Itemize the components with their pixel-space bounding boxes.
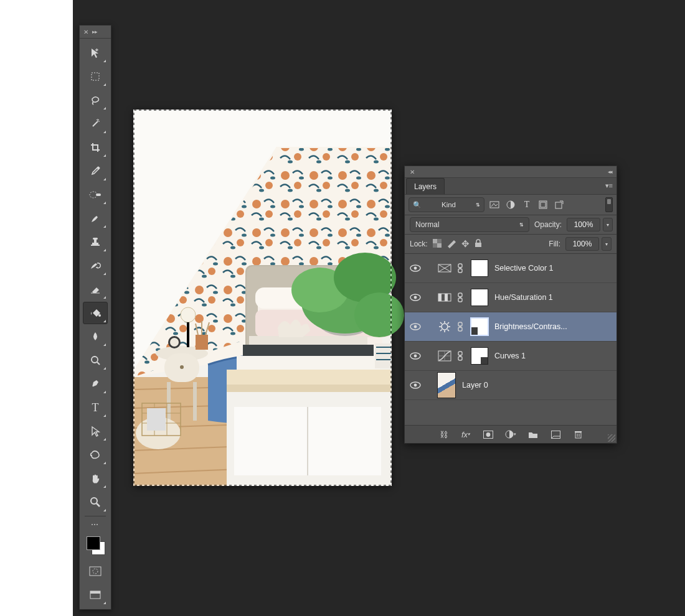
tool-pen[interactable] [83, 373, 108, 395]
lock-position-icon[interactable]: ✥ [461, 238, 470, 250]
quick-mask-toggle[interactable] [83, 560, 108, 582]
adjustment-selective-color-icon [437, 262, 452, 274]
tool-paint-bucket[interactable] [83, 302, 108, 324]
svg-point-45 [181, 307, 196, 322]
layers-empty-area[interactable] [405, 400, 616, 426]
tool-type[interactable]: T [83, 396, 108, 419]
layer-row-selective-color[interactable]: Selective Color 1 [405, 254, 616, 283]
tool-path-selection[interactable] [83, 420, 108, 442]
svg-rect-12 [93, 238, 98, 240]
opacity-slider-toggle[interactable]: ▾ [603, 218, 613, 231]
filter-toggle[interactable] [605, 197, 613, 212]
document-canvas[interactable] [133, 110, 392, 486]
tool-expand-row[interactable]: ⋯ [83, 519, 108, 530]
add-mask-icon[interactable] [483, 429, 494, 440]
foreground-background-colors[interactable] [83, 531, 108, 559]
tool-blur[interactable] [83, 325, 108, 348]
layer-row-image[interactable]: Layer 0 [405, 371, 616, 400]
filter-adjustment-icon[interactable] [504, 198, 517, 211]
collapse-icon[interactable]: ◂◂ [608, 169, 612, 175]
svg-rect-87 [541, 202, 546, 207]
tool-dodge[interactable] [83, 349, 108, 371]
layer-name-label[interactable]: Curves 1 [494, 352, 613, 360]
new-adjustment-icon[interactable]: ▾ [505, 429, 516, 440]
link-layers-icon[interactable]: ⛓ [438, 429, 449, 440]
layer-name-label[interactable]: Hue/Saturation 1 [494, 293, 613, 302]
filter-shape-icon[interactable] [537, 198, 549, 211]
filter-type-icon[interactable]: T [521, 198, 533, 211]
filter-smart-icon[interactable] [553, 198, 565, 211]
layers-panel-header[interactable]: ✕ ◂◂ [405, 166, 616, 178]
visibility-toggle-icon[interactable] [409, 323, 422, 330]
new-layer-icon[interactable] [550, 429, 561, 440]
tool-eraser[interactable] [83, 278, 108, 301]
visibility-toggle-icon[interactable] [409, 381, 422, 389]
filter-pixel-icon[interactable] [488, 198, 501, 211]
lock-pixels-icon[interactable] [446, 239, 456, 250]
layer-name-label[interactable]: Brightness/Contras... [494, 322, 613, 331]
tool-history-brush[interactable] [83, 254, 108, 277]
tool-brush[interactable] [83, 207, 108, 230]
visibility-toggle-icon[interactable] [409, 264, 422, 272]
svg-rect-105 [445, 294, 448, 301]
close-icon[interactable]: ✕ [410, 169, 415, 175]
tool-marquee[interactable] [83, 65, 108, 88]
new-group-icon[interactable] [527, 429, 539, 440]
tool-crop[interactable] [83, 136, 108, 159]
fill-value[interactable]: 100% [565, 237, 599, 251]
tool-custom-shape[interactable] [83, 444, 108, 466]
svg-rect-46 [187, 322, 189, 347]
tools-panel-header[interactable]: ✕ ▸▸ [80, 26, 111, 39]
tool-hand[interactable] [83, 467, 108, 490]
tool-magic-wand[interactable] [83, 113, 108, 135]
mask-link-icon[interactable] [456, 351, 465, 361]
layer-name-label[interactable]: Selective Color 1 [494, 264, 613, 273]
svg-rect-74 [243, 345, 374, 356]
screen-mode-toggle[interactable] [83, 584, 108, 606]
layer-filter-row: 🔍 Kind ⇅ T [405, 195, 616, 215]
collapse-icon[interactable]: ▸▸ [92, 29, 97, 35]
tool-clone-stamp[interactable] [83, 231, 108, 253]
adjustment-brightness-contrast-icon [437, 320, 452, 333]
visibility-toggle-icon[interactable] [409, 294, 422, 301]
delete-layer-icon[interactable] [572, 429, 583, 440]
panel-menu-icon[interactable]: ▾≡ [605, 182, 613, 190]
layer-thumbnail[interactable] [437, 372, 456, 398]
svg-rect-91 [437, 243, 442, 248]
svg-rect-10 [91, 245, 100, 246]
tool-lasso[interactable] [83, 89, 108, 111]
close-icon[interactable]: ✕ [83, 29, 88, 35]
visibility-toggle-icon[interactable] [409, 352, 422, 360]
svg-rect-20 [90, 567, 101, 576]
layer-row-curves[interactable]: Curves 1 [405, 342, 616, 371]
mask-link-icon[interactable] [456, 322, 465, 332]
svg-rect-88 [555, 202, 562, 208]
lock-all-icon[interactable] [475, 239, 482, 250]
tool-zoom[interactable] [83, 491, 108, 513]
tool-healing-brush[interactable] [83, 184, 108, 206]
resize-grip[interactable] [608, 434, 615, 442]
svg-rect-90 [433, 239, 437, 243]
layer-row-hue-saturation[interactable]: Hue/Saturation 1 [405, 283, 616, 312]
lock-transparency-icon[interactable] [433, 239, 442, 250]
layer-mask-thumbnail[interactable] [471, 259, 488, 277]
fill-slider-toggle[interactable]: ▾ [602, 237, 612, 251]
layer-mask-thumbnail[interactable] [471, 318, 488, 335]
tab-layers[interactable]: Layers [406, 178, 445, 194]
svg-point-15 [92, 357, 98, 363]
dropdown-arrow-icon: ⇅ [519, 222, 524, 228]
svg-point-111 [442, 324, 448, 330]
tool-move[interactable] [83, 42, 108, 64]
filter-kind-select[interactable]: 🔍 Kind ⇅ [409, 197, 484, 212]
mask-link-icon[interactable] [456, 263, 465, 273]
layer-mask-thumbnail[interactable] [471, 289, 488, 306]
layer-mask-thumbnail[interactable] [471, 347, 488, 365]
fx-icon[interactable]: fx▾ [460, 429, 471, 440]
layer-name-label[interactable]: Layer 0 [462, 381, 613, 390]
opacity-value[interactable]: 100% [567, 218, 600, 231]
tool-eyedropper[interactable] [83, 160, 108, 182]
blend-mode-select[interactable]: Normal ⇅ [410, 217, 529, 232]
fill-label: Fill: [549, 240, 560, 248]
layer-row-brightness-contrast[interactable]: Brightness/Contras... [405, 312, 616, 342]
mask-link-icon[interactable] [456, 292, 465, 302]
